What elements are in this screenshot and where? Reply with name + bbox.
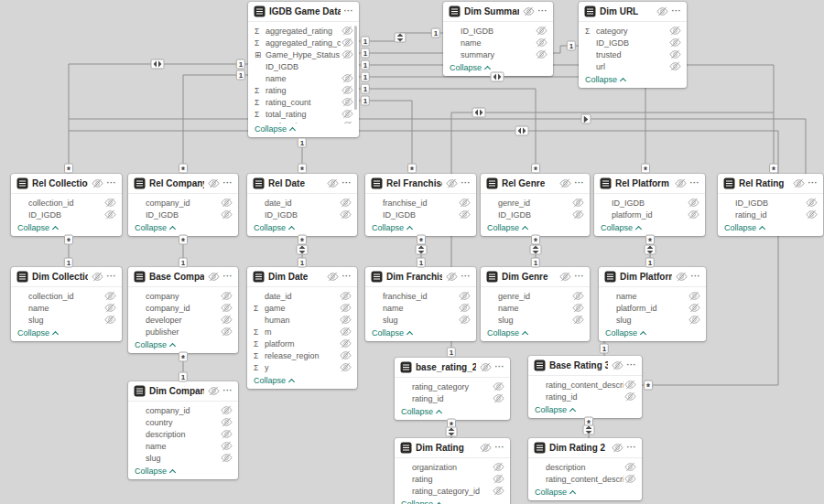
eye-off-icon[interactable] <box>339 291 352 301</box>
eye-off-icon[interactable] <box>341 121 353 123</box>
collapse-button[interactable]: Collapse <box>481 327 590 341</box>
eye-off-icon[interactable] <box>492 393 504 403</box>
field-row[interactable]: Σ release_region <box>247 349 357 361</box>
eye-off-icon[interactable] <box>523 6 535 16</box>
eye-off-icon[interactable] <box>103 209 116 220</box>
more-options-button[interactable]: ··· <box>107 179 117 188</box>
field-row[interactable]: organization <box>395 461 510 473</box>
collapse-button[interactable]: Collapse <box>247 375 357 389</box>
eye-off-icon[interactable] <box>535 38 548 48</box>
table-card-rel-collection[interactable]: Rel Collection ··· collection_id ID_IGDB… <box>11 174 122 236</box>
table-header[interactable]: Dim URL ··· <box>579 2 687 22</box>
table-header[interactable]: IGDB Game Database ··· <box>248 2 359 22</box>
field-row[interactable]: summary <box>443 48 553 60</box>
eye-off-icon[interactable] <box>458 209 471 220</box>
field-row[interactable]: slug <box>128 452 238 464</box>
table-header[interactable]: Dim Company ··· <box>128 381 238 402</box>
field-row[interactable]: rating <box>395 473 510 485</box>
field-row[interactable]: ID_IGDB <box>718 197 823 209</box>
field-row[interactable]: ID_IGDB <box>11 209 122 220</box>
field-row[interactable]: rating_content_descriptio... <box>528 379 642 391</box>
eye-off-icon[interactable] <box>339 327 352 337</box>
table-card-rel-rating[interactable]: Rel Rating ··· ID_IGDB rating_id Collaps… <box>718 174 823 236</box>
more-options-button[interactable]: ··· <box>575 273 585 281</box>
eye-off-icon[interactable] <box>535 26 548 36</box>
field-row[interactable]: rating_id <box>718 209 823 220</box>
field-row[interactable]: ID_IGDB <box>365 209 476 220</box>
field-row[interactable]: rating_category_id <box>395 485 510 497</box>
table-header[interactable]: Base Company 2 ··· <box>128 267 238 287</box>
eye-off-icon[interactable] <box>220 417 233 427</box>
eye-off-icon[interactable] <box>339 338 352 349</box>
field-row[interactable]: genre_id <box>481 197 590 209</box>
more-options-button[interactable]: ··· <box>575 179 585 188</box>
table-card-rel-franchise[interactable]: Rel Franchise ··· franchise_id ID_IGDB C… <box>365 174 476 236</box>
eye-off-icon[interactable] <box>103 303 116 313</box>
eye-off-icon[interactable] <box>327 178 339 188</box>
eye-off-icon[interactable] <box>339 303 352 313</box>
table-header[interactable]: Dim Genre ··· <box>481 267 590 287</box>
field-row[interactable]: platform_id <box>594 209 705 220</box>
relationship-line[interactable] <box>359 101 412 174</box>
eye-off-icon[interactable] <box>571 291 584 301</box>
field-row[interactable]: rating_id <box>395 392 510 404</box>
more-options-button[interactable]: ··· <box>495 444 505 452</box>
eye-off-icon[interactable] <box>220 209 233 220</box>
eye-off-icon[interactable] <box>208 178 220 188</box>
table-header[interactable]: Rel Company ··· <box>128 174 238 194</box>
eye-off-icon[interactable] <box>793 178 805 188</box>
table-card-rel-date[interactable]: Rel Date ··· date_id ID_IGDB Collapse <box>247 174 357 236</box>
eye-off-icon[interactable] <box>341 49 353 59</box>
table-card-base-rating-2api[interactable]: base_rating_2api ··· rating_category rat… <box>395 358 510 420</box>
eye-off-icon[interactable] <box>446 272 458 282</box>
eye-off-icon[interactable] <box>458 303 471 313</box>
field-row[interactable]: franchise_id <box>365 290 476 302</box>
eye-off-icon[interactable] <box>341 97 353 107</box>
eye-off-icon[interactable] <box>559 178 571 188</box>
field-row[interactable]: company_id <box>128 197 238 209</box>
field-row[interactable]: ID_IGDB <box>443 25 553 37</box>
eye-off-icon[interactable] <box>688 291 700 301</box>
more-options-button[interactable]: ··· <box>223 179 233 188</box>
table-scrollbar[interactable] <box>354 26 357 110</box>
field-row[interactable]: rating_content_descriptio... <box>528 473 642 485</box>
eye-off-icon[interactable] <box>656 6 668 16</box>
eye-off-icon[interactable] <box>612 443 623 453</box>
more-options-button[interactable]: ··· <box>461 179 472 188</box>
eye-off-icon[interactable] <box>805 209 818 220</box>
eye-off-icon[interactable] <box>339 198 352 208</box>
more-options-button[interactable]: ··· <box>223 273 233 281</box>
field-row[interactable]: rating_id <box>528 391 642 402</box>
table-card-dim-rating-2[interactable]: Dim Rating 2 ··· description rating_cont… <box>528 438 642 500</box>
table-header[interactable]: Rel Platform ··· <box>594 174 705 194</box>
table-header[interactable]: Dim Collection ··· <box>11 267 122 287</box>
more-options-button[interactable]: ··· <box>495 363 505 371</box>
field-row[interactable]: date_id <box>247 290 357 302</box>
more-options-button[interactable]: ··· <box>627 361 637 370</box>
field-row[interactable]: Σ total_rating <box>248 108 359 120</box>
more-options-button[interactable]: ··· <box>808 179 819 188</box>
field-row[interactable]: ⊞ Game_Hype_Status <box>248 48 359 60</box>
table-card-dim-date[interactable]: Dim Date ··· date_id Σ game human Σ m Σ … <box>247 267 357 389</box>
table-header[interactable]: Rel Date ··· <box>247 174 357 194</box>
eye-off-icon[interactable] <box>92 178 103 188</box>
eye-off-icon[interactable] <box>571 209 584 220</box>
eye-off-icon[interactable] <box>339 350 352 360</box>
eye-off-icon[interactable] <box>339 315 352 325</box>
field-row[interactable]: name <box>443 37 553 48</box>
field-row[interactable]: ID_IGDB <box>594 197 705 209</box>
eye-off-icon[interactable] <box>612 360 623 370</box>
field-row[interactable]: Σ aggregated_rating_count <box>248 37 359 48</box>
eye-off-icon[interactable] <box>220 291 233 301</box>
collapse-button[interactable]: Collapse <box>599 327 706 341</box>
eye-off-icon[interactable] <box>220 429 233 439</box>
eye-off-icon[interactable] <box>208 272 220 282</box>
model-view-canvas[interactable]: IGDB Game Database ··· Σ aggregated_rati… <box>0 0 824 504</box>
table-header[interactable]: Dim Summary ··· <box>443 2 553 22</box>
more-options-button[interactable]: ··· <box>342 273 352 281</box>
field-row[interactable]: trusted <box>579 48 687 60</box>
field-row[interactable]: Σ rating_count <box>248 96 359 108</box>
field-row[interactable]: slug <box>11 314 122 326</box>
eye-off-icon[interactable] <box>220 303 233 313</box>
field-row[interactable]: date_id <box>247 197 357 209</box>
